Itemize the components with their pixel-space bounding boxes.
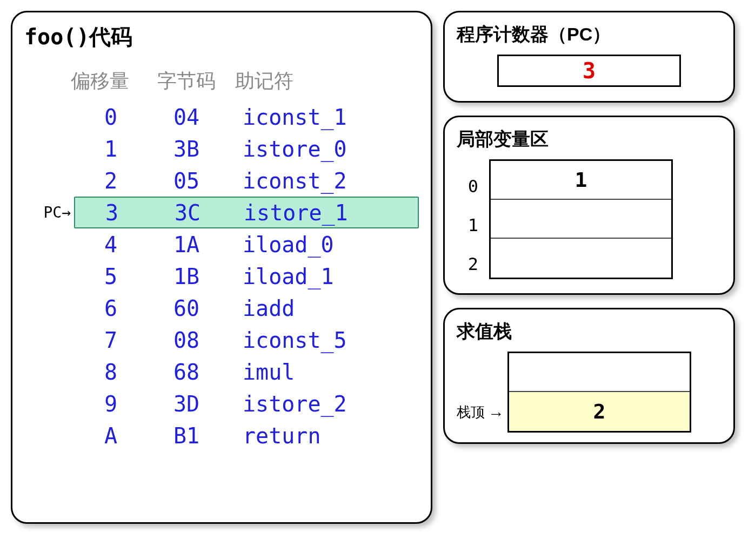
cell-bytecode: 3D [143,392,230,416]
cell-offset: 7 [78,328,143,353]
code-row: 41Aiload_0 [24,228,419,260]
cell-bytecode: 60 [143,296,230,321]
cell-mnemonic: return [230,423,419,448]
stack-top-label: 栈顶 [457,403,485,433]
pc-value-box: 3 [497,55,681,87]
code-row-cells: 660iadd [74,292,419,324]
cell-offset: 8 [78,360,143,384]
cell-mnemonic: iconst_2 [230,168,419,193]
cell-bytecode: 08 [143,328,230,353]
cell-offset: 3 [79,200,144,225]
cell-mnemonic: imul [230,360,419,384]
header-mnemonic: 助记符 [230,68,419,95]
code-row-cells: 41Aiload_0 [74,228,419,260]
locals-slot [491,200,671,239]
cell-mnemonic: iload_1 [230,264,419,289]
cell-offset: 0 [78,105,143,130]
code-row: 93Distore_2 [24,388,419,420]
cell-mnemonic: iadd [230,296,419,321]
locals-wrap: 012 1 [457,159,721,284]
cell-bytecode: 1A [143,232,230,257]
stack-panel-title: 求值栈 [457,319,721,344]
code-panel-title-cn: 代码 [89,25,132,49]
code-row: 205iconst_2 [24,165,419,197]
code-rows: 004iconst_113Bistore_0205iconst_2PC→33Ci… [24,101,419,451]
code-row: 660iadd [24,292,419,324]
locals-panel: 局部变量区 012 1 [443,116,735,295]
locals-index: 2 [457,245,478,284]
cell-bytecode: 68 [143,360,230,384]
code-row-cells: 13Bistore_0 [74,133,419,165]
code-row-cells: 205iconst_2 [74,165,419,197]
code-row-cells: AB1return [74,420,419,451]
cell-bytecode: 04 [143,105,230,130]
locals-table: 1 [489,159,673,279]
stack-slot [509,353,690,392]
header-bytecode: 字节码 [143,68,230,95]
cell-offset: 2 [78,168,143,193]
cell-bytecode: B1 [143,423,230,448]
pc-panel: 程序计数器（PC） 3 [443,11,735,103]
cell-mnemonic: iconst_5 [230,328,419,353]
pc-pointer-cell: PC→ [24,204,74,221]
cell-offset: 9 [78,392,143,416]
locals-slot [491,239,671,278]
code-panel-title-mono: foo() [24,24,89,49]
code-row: 51Biload_1 [24,260,419,292]
stack-slot: 2 [509,392,690,431]
code-row: 004iconst_1 [24,101,419,133]
code-row: 13Bistore_0 [24,133,419,165]
cell-mnemonic: istore_0 [230,137,419,161]
cell-bytecode: 3B [143,137,230,161]
cell-bytecode: 3C [144,200,231,225]
code-row: PC→33Cistore_1 [24,197,419,228]
cell-offset: 4 [78,232,143,257]
code-column-headers: 偏移量 字节码 助记符 [57,68,419,95]
stack-panel: 求值栈 栈顶 → 2 [443,308,735,444]
cell-offset: A [78,423,143,448]
cell-mnemonic: iload_0 [230,232,419,257]
code-row-cells: 93Distore_2 [74,388,419,420]
cell-bytecode: 1B [143,264,230,289]
cell-bytecode: 05 [143,168,230,193]
cell-mnemonic: istore_1 [231,200,418,225]
diagram-root: foo()代码 偏移量 字节码 助记符 004iconst_113Bistore… [11,11,744,524]
code-row-cells: 868imul [74,356,419,388]
locals-panel-title: 局部变量区 [457,127,721,152]
code-row: AB1return [24,420,419,451]
pc-panel-title: 程序计数器（PC） [457,22,721,47]
stack-wrap: 栈顶 → 2 [457,352,721,433]
locals-index: 1 [457,206,478,245]
cell-mnemonic: istore_2 [230,392,419,416]
code-row-cells: 33Cistore_1 [74,197,419,228]
code-panel-title: foo()代码 [24,22,419,52]
locals-index: 0 [457,167,478,206]
code-row: 708iconst_5 [24,324,419,356]
arrow-right-icon: → [488,404,504,433]
cell-offset: 1 [78,137,143,161]
code-row: 868imul [24,356,419,388]
cell-offset: 5 [78,264,143,289]
code-panel: foo()代码 偏移量 字节码 助记符 004iconst_113Bistore… [11,11,432,524]
cell-mnemonic: iconst_1 [230,105,419,130]
header-offset: 偏移量 [57,68,143,95]
cell-offset: 6 [78,296,143,321]
code-row-cells: 708iconst_5 [74,324,419,356]
locals-indices: 012 [457,159,478,284]
right-column: 程序计数器（PC） 3 局部变量区 012 1 求值栈 栈顶 → 2 [443,11,735,444]
stack-table: 2 [507,352,691,433]
locals-slot: 1 [491,161,671,200]
code-row-cells: 51Biload_1 [74,260,419,292]
code-row-cells: 004iconst_1 [74,101,419,133]
